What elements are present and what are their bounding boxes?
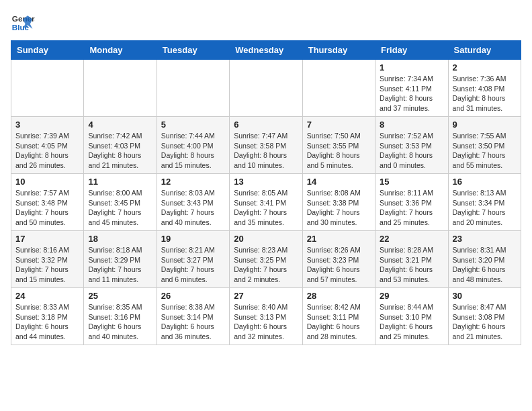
day-info: Sunrise: 7:36 AM Sunset: 4:08 PM Dayligh… <box>453 74 517 113</box>
day-number: 14 <box>307 177 371 187</box>
calendar-cell: 7Sunrise: 7:50 AM Sunset: 3:55 PM Daylig… <box>302 117 375 174</box>
calendar-cell: 21Sunrise: 8:26 AM Sunset: 3:23 PM Dayli… <box>302 231 375 288</box>
calendar-cell <box>11 60 84 117</box>
day-number: 18 <box>88 234 152 244</box>
day-info: Sunrise: 7:44 AM Sunset: 4:00 PM Dayligh… <box>161 131 225 171</box>
day-info: Sunrise: 7:57 AM Sunset: 3:48 PM Dayligh… <box>15 188 79 228</box>
calendar-cell: 26Sunrise: 8:38 AM Sunset: 3:14 PM Dayli… <box>157 288 229 345</box>
calendar-cell: 17Sunrise: 8:16 AM Sunset: 3:32 PM Dayli… <box>11 231 84 288</box>
calendar-cell: 8Sunrise: 7:52 AM Sunset: 3:53 PM Daylig… <box>375 117 448 174</box>
day-number: 9 <box>453 120 517 130</box>
day-info: Sunrise: 8:38 AM Sunset: 3:14 PM Dayligh… <box>161 302 225 342</box>
day-number: 24 <box>15 291 79 301</box>
calendar-cell: 10Sunrise: 7:57 AM Sunset: 3:48 PM Dayli… <box>11 174 84 231</box>
calendar-cell <box>157 60 229 117</box>
day-info: Sunrise: 8:03 AM Sunset: 3:43 PM Dayligh… <box>161 188 225 228</box>
day-number: 17 <box>15 234 79 244</box>
calendar-cell: 29Sunrise: 8:44 AM Sunset: 3:10 PM Dayli… <box>375 288 448 345</box>
calendar-week-1: 1Sunrise: 7:34 AM Sunset: 4:11 PM Daylig… <box>11 60 521 117</box>
day-number: 26 <box>161 291 225 301</box>
day-info: Sunrise: 7:47 AM Sunset: 3:58 PM Dayligh… <box>234 131 298 171</box>
calendar-cell <box>302 60 375 117</box>
weekday-header-wednesday: Wednesday <box>230 41 302 60</box>
calendar-cell: 12Sunrise: 8:03 AM Sunset: 3:43 PM Dayli… <box>157 174 229 231</box>
day-number: 22 <box>380 234 443 244</box>
calendar-cell: 20Sunrise: 8:23 AM Sunset: 3:25 PM Dayli… <box>230 231 302 288</box>
day-info: Sunrise: 8:35 AM Sunset: 3:16 PM Dayligh… <box>88 302 152 342</box>
day-info: Sunrise: 8:21 AM Sunset: 3:27 PM Dayligh… <box>161 245 225 285</box>
weekday-header-row: SundayMondayTuesdayWednesdayThursdayFrid… <box>11 41 521 60</box>
calendar-cell: 1Sunrise: 7:34 AM Sunset: 4:11 PM Daylig… <box>375 60 448 117</box>
day-number: 5 <box>161 120 225 130</box>
calendar-table: SundayMondayTuesdayWednesdayThursdayFrid… <box>11 40 521 345</box>
day-info: Sunrise: 8:05 AM Sunset: 3:41 PM Dayligh… <box>234 188 298 228</box>
day-info: Sunrise: 8:16 AM Sunset: 3:32 PM Dayligh… <box>15 245 79 285</box>
day-number: 19 <box>161 234 225 244</box>
calendar-cell: 4Sunrise: 7:42 AM Sunset: 4:03 PM Daylig… <box>84 117 157 174</box>
day-info: Sunrise: 8:47 AM Sunset: 3:08 PM Dayligh… <box>453 302 517 342</box>
day-info: Sunrise: 7:50 AM Sunset: 3:55 PM Dayligh… <box>307 131 371 171</box>
calendar-week-4: 17Sunrise: 8:16 AM Sunset: 3:32 PM Dayli… <box>11 231 521 288</box>
calendar-cell: 16Sunrise: 8:13 AM Sunset: 3:34 PM Dayli… <box>448 174 521 231</box>
calendar-week-5: 24Sunrise: 8:33 AM Sunset: 3:18 PM Dayli… <box>11 288 521 345</box>
calendar-cell: 19Sunrise: 8:21 AM Sunset: 3:27 PM Dayli… <box>157 231 229 288</box>
calendar-cell: 6Sunrise: 7:47 AM Sunset: 3:58 PM Daylig… <box>230 117 302 174</box>
day-info: Sunrise: 8:23 AM Sunset: 3:25 PM Dayligh… <box>234 245 298 285</box>
weekday-header-tuesday: Tuesday <box>157 41 229 60</box>
day-number: 2 <box>453 62 517 73</box>
calendar-cell: 11Sunrise: 8:00 AM Sunset: 3:45 PM Dayli… <box>84 174 157 231</box>
header: General Blue <box>11 11 521 35</box>
day-info: Sunrise: 7:39 AM Sunset: 4:05 PM Dayligh… <box>15 131 79 171</box>
day-number: 27 <box>234 291 298 301</box>
day-info: Sunrise: 7:55 AM Sunset: 3:50 PM Dayligh… <box>453 131 517 171</box>
day-info: Sunrise: 8:08 AM Sunset: 3:38 PM Dayligh… <box>307 188 371 228</box>
day-number: 12 <box>161 177 225 187</box>
logo-icon: General Blue <box>11 11 35 35</box>
day-number: 21 <box>307 234 371 244</box>
day-info: Sunrise: 8:33 AM Sunset: 3:18 PM Dayligh… <box>15 302 79 342</box>
calendar-cell: 23Sunrise: 8:31 AM Sunset: 3:20 PM Dayli… <box>448 231 521 288</box>
weekday-header-friday: Friday <box>375 41 448 60</box>
calendar-cell: 3Sunrise: 7:39 AM Sunset: 4:05 PM Daylig… <box>11 117 84 174</box>
day-number: 28 <box>307 291 371 301</box>
day-number: 4 <box>88 120 152 130</box>
day-info: Sunrise: 8:13 AM Sunset: 3:34 PM Dayligh… <box>453 188 517 228</box>
day-info: Sunrise: 8:44 AM Sunset: 3:10 PM Dayligh… <box>380 302 443 342</box>
day-info: Sunrise: 8:28 AM Sunset: 3:21 PM Dayligh… <box>380 245 443 285</box>
calendar-cell <box>84 60 157 117</box>
calendar-cell: 2Sunrise: 7:36 AM Sunset: 4:08 PM Daylig… <box>448 60 521 117</box>
weekday-header-sunday: Sunday <box>11 41 84 60</box>
calendar-cell: 18Sunrise: 8:18 AM Sunset: 3:29 PM Dayli… <box>84 231 157 288</box>
calendar-cell: 14Sunrise: 8:08 AM Sunset: 3:38 PM Dayli… <box>302 174 375 231</box>
day-number: 29 <box>380 291 443 301</box>
calendar-cell: 13Sunrise: 8:05 AM Sunset: 3:41 PM Dayli… <box>230 174 302 231</box>
day-number: 20 <box>234 234 298 244</box>
calendar-cell: 5Sunrise: 7:44 AM Sunset: 4:00 PM Daylig… <box>157 117 229 174</box>
day-info: Sunrise: 7:52 AM Sunset: 3:53 PM Dayligh… <box>380 131 443 171</box>
calendar-cell: 28Sunrise: 8:42 AM Sunset: 3:11 PM Dayli… <box>302 288 375 345</box>
day-number: 23 <box>453 234 517 244</box>
day-info: Sunrise: 8:26 AM Sunset: 3:23 PM Dayligh… <box>307 245 371 285</box>
day-number: 15 <box>380 177 443 187</box>
day-info: Sunrise: 7:42 AM Sunset: 4:03 PM Dayligh… <box>88 131 152 171</box>
day-info: Sunrise: 8:18 AM Sunset: 3:29 PM Dayligh… <box>88 245 152 285</box>
day-info: Sunrise: 8:40 AM Sunset: 3:13 PM Dayligh… <box>234 302 298 342</box>
calendar-cell: 27Sunrise: 8:40 AM Sunset: 3:13 PM Dayli… <box>230 288 302 345</box>
calendar-week-2: 3Sunrise: 7:39 AM Sunset: 4:05 PM Daylig… <box>11 117 521 174</box>
day-number: 10 <box>15 177 79 187</box>
day-number: 7 <box>307 120 371 130</box>
day-number: 16 <box>453 177 517 187</box>
day-number: 11 <box>88 177 152 187</box>
day-info: Sunrise: 8:00 AM Sunset: 3:45 PM Dayligh… <box>88 188 152 228</box>
calendar-cell: 9Sunrise: 7:55 AM Sunset: 3:50 PM Daylig… <box>448 117 521 174</box>
day-info: Sunrise: 7:34 AM Sunset: 4:11 PM Dayligh… <box>380 74 443 113</box>
weekday-header-monday: Monday <box>84 41 157 60</box>
logo: General Blue <box>11 11 35 35</box>
day-number: 25 <box>88 291 152 301</box>
calendar-cell: 22Sunrise: 8:28 AM Sunset: 3:21 PM Dayli… <box>375 231 448 288</box>
day-info: Sunrise: 8:31 AM Sunset: 3:20 PM Dayligh… <box>453 245 517 285</box>
calendar-cell: 24Sunrise: 8:33 AM Sunset: 3:18 PM Dayli… <box>11 288 84 345</box>
day-info: Sunrise: 8:42 AM Sunset: 3:11 PM Dayligh… <box>307 302 371 342</box>
weekday-header-saturday: Saturday <box>448 41 521 60</box>
calendar-cell: 15Sunrise: 8:11 AM Sunset: 3:36 PM Dayli… <box>375 174 448 231</box>
